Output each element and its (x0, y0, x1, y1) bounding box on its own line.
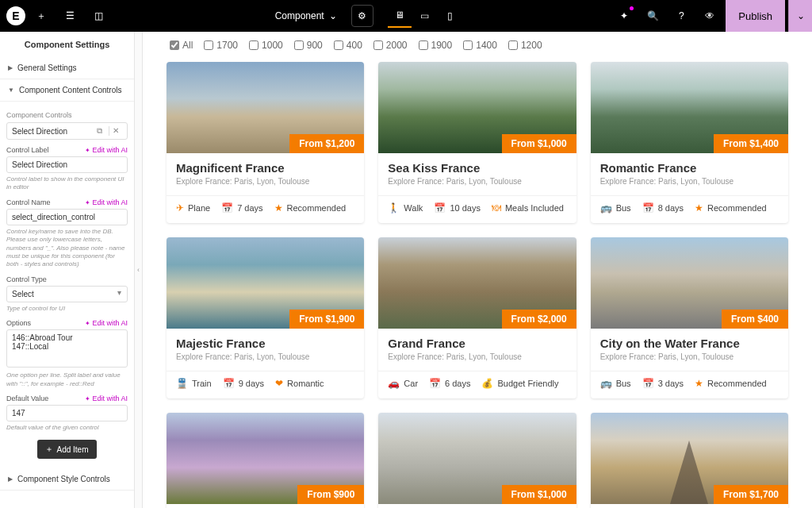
price-tag: From $1,700 (714, 485, 788, 504)
device-desktop-icon[interactable]: 🖥 (388, 4, 412, 28)
filter-label: 1000 (262, 40, 283, 51)
tour-card[interactable]: From $2,000Grand FranceExplore France: P… (378, 237, 576, 398)
tour-card[interactable]: From $1,000Sea Kiss FranceExplore France… (378, 62, 576, 223)
price-tag: From $1,400 (714, 134, 788, 153)
card-image: From $2,000 (378, 237, 576, 329)
control-type-select[interactable] (6, 286, 128, 302)
content-controls-body: Component Controls Select Direction ⧉ ✕ … (0, 102, 134, 468)
preview-area: All170010009004002000190014001200 From $… (143, 32, 812, 508)
filter-checkbox[interactable] (249, 40, 259, 50)
filter-1900[interactable]: 1900 (419, 40, 453, 51)
control-item-label: Select Direction (12, 127, 67, 136)
meta-tag: ★Recommended (695, 378, 767, 389)
filter-checkbox[interactable] (170, 40, 179, 50)
section-label: General Settings (17, 64, 77, 72)
control-label-label: Control Label (6, 146, 49, 154)
tour-card[interactable]: From $900Blue Lagune FranceExplore Franc… (167, 413, 364, 508)
price-tag: From $1,900 (289, 310, 364, 329)
sidebar: Component Settings General Settings Comp… (0, 32, 135, 508)
logo-icon[interactable]: E (6, 6, 25, 25)
tour-card[interactable]: From $1,200Magnificent FranceExplore Fra… (167, 62, 364, 223)
card-meta: 🚌Bus📅8 days★Recommended (591, 195, 788, 223)
add-icon[interactable]: ＋ (29, 3, 54, 29)
price-tag: From $900 (297, 485, 364, 504)
control-name-label: Control Name (6, 198, 51, 206)
device-mobile-icon[interactable]: ▯ (439, 4, 462, 28)
filter-all[interactable]: All (170, 40, 193, 51)
component-dropdown[interactable]: Component ⌄ (267, 7, 345, 25)
close-icon[interactable]: ✕ (109, 126, 122, 136)
tour-card[interactable]: From $400City on the Water FranceExplore… (591, 237, 788, 398)
tour-card[interactable]: From $1,700French AutumnExplore France: … (591, 413, 788, 508)
meta-tag: ★Recommended (695, 202, 767, 214)
default-value-label: Default Value (6, 394, 48, 402)
edit-ai-link[interactable]: Edit with AI (85, 146, 128, 154)
tour-card[interactable]: From $1,900Majestic FranceExplore France… (167, 237, 364, 398)
copy-icon[interactable]: ⧉ (94, 126, 105, 136)
filter-400[interactable]: 400 (334, 40, 362, 51)
control-name-input[interactable] (6, 209, 128, 225)
control-label-input[interactable] (6, 156, 128, 173)
preview-eye-icon[interactable]: 👁 (697, 3, 722, 29)
edit-ai-link[interactable]: Edit with AI (85, 394, 128, 402)
card-subtitle: Explore France: Paris, Lyon, Toulouse (600, 177, 779, 186)
card-image: From $400 (591, 237, 788, 329)
meta-tag: 💰Budget Friendly (481, 378, 558, 389)
card-meta: 🚗Car📅6 days💰Budget Friendly (378, 371, 576, 398)
search-icon[interactable]: 🔍 (640, 3, 665, 29)
filter-label: 900 (307, 40, 323, 51)
card-title: Magnificent France (176, 161, 354, 175)
control-name-hint: Control key/name to save into the DB. Pl… (6, 228, 128, 269)
section-style-controls[interactable]: Component Style Controls (0, 468, 134, 491)
help-icon[interactable]: ? (668, 3, 694, 29)
edit-ai-link[interactable]: Edit with AI (85, 198, 128, 206)
section-general-settings[interactable]: General Settings (0, 57, 134, 79)
filter-1700[interactable]: 1700 (204, 40, 238, 51)
filter-1000[interactable]: 1000 (249, 40, 283, 51)
default-value-input[interactable] (6, 405, 128, 421)
card-body: Fog Town FranceExplore France: Paris, Ly… (378, 504, 576, 508)
filter-1200[interactable]: 1200 (508, 40, 542, 51)
sidebar-collapse-handle[interactable]: ‹ (135, 32, 143, 508)
filter-checkbox[interactable] (294, 40, 304, 50)
tour-card[interactable]: From $1,400Romantic FranceExplore France… (591, 62, 788, 223)
meta-tag: ❤Romantic (275, 378, 324, 389)
filter-2000[interactable]: 2000 (373, 40, 408, 51)
meta-transport: 🚶Walk (388, 202, 423, 214)
filter-checkbox[interactable] (463, 40, 473, 50)
calendar-icon: 📅 (429, 378, 441, 389)
card-title: City on the Water France (600, 337, 779, 350)
card-image: From $1,700 (591, 413, 788, 504)
filter-checkbox[interactable] (204, 40, 213, 50)
publish-button[interactable]: Publish (726, 0, 785, 32)
card-body: French AutumnExplore France: Paris, Lyon… (591, 504, 788, 508)
card-body: City on the Water FranceExplore France: … (591, 329, 788, 371)
layers-icon[interactable]: ◫ (86, 3, 111, 29)
publish-caret[interactable]: ⌄ (788, 0, 812, 32)
tag-icon: 💰 (481, 378, 493, 389)
control-item-select-direction[interactable]: Select Direction ⧉ ✕ (6, 122, 128, 140)
calendar-icon: 📅 (642, 202, 654, 214)
options-textarea[interactable]: 146::Abroad Tour 147::Local (6, 329, 128, 368)
card-body: Magnificent FranceExplore France: Paris,… (167, 153, 364, 195)
tour-card[interactable]: From $1,000Fog Town FranceExplore France… (378, 413, 576, 508)
calendar-icon: 📅 (434, 202, 446, 214)
chevron-down-icon (8, 87, 14, 94)
settings-sliders-icon[interactable]: ☰ (57, 3, 82, 29)
meta-duration: 📅8 days (642, 202, 684, 214)
edit-ai-link[interactable]: Edit with AI (85, 319, 128, 327)
card-image: From $1,000 (378, 62, 576, 153)
gear-icon[interactable]: ⚙ (351, 5, 373, 27)
filter-checkbox[interactable] (334, 40, 343, 50)
device-tablet-icon[interactable]: ▭ (413, 4, 437, 28)
section-content-controls[interactable]: Component Content Controls (0, 79, 134, 102)
card-body: Blue Lagune FranceExplore France: Paris,… (167, 504, 364, 508)
filter-checkbox[interactable] (508, 40, 518, 50)
filter-900[interactable]: 900 (294, 40, 323, 51)
filter-checkbox[interactable] (373, 40, 383, 50)
filter-1400[interactable]: 1400 (463, 40, 497, 51)
add-item-button[interactable]: ＋ Add Item (37, 440, 96, 459)
meta-transport: 🚌Bus (600, 378, 631, 389)
filter-checkbox[interactable] (419, 40, 428, 50)
sparkle-icon[interactable]: ✦ (611, 3, 637, 29)
